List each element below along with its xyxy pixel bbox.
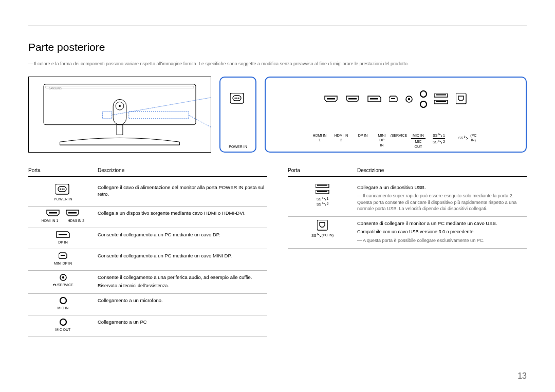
- svg-point-20: [119, 105, 121, 107]
- table-row: 1 2 Collegare a un dispositivo USB. ―Il …: [288, 181, 527, 217]
- micin-jack-icon: [420, 90, 427, 98]
- power-port-label: POWER IN: [227, 144, 249, 150]
- minidp-port-icon: [59, 252, 68, 259]
- table-row: (PC IN) Consente di collegare il monitor…: [288, 217, 527, 248]
- mic-labels: MIC IN MIC OUT: [411, 133, 425, 150]
- service-label: /SERVICE: [394, 133, 404, 138]
- left-table: Porta Descrizione POWER IN Collegare il …: [28, 167, 267, 337]
- table-row: MIC IN Collegamento a un microfono.: [28, 294, 267, 315]
- micout-jack-icon: [420, 101, 427, 108]
- pcin-label: (PC IN): [458, 133, 479, 143]
- table-row: /SERVICE Consente il collegamento a una …: [28, 271, 267, 294]
- right-header-porta: Porta: [288, 167, 357, 174]
- table-row: MIC OUT Collegamento a un PC: [28, 315, 267, 337]
- right-header-desc: Descrizione: [357, 167, 527, 174]
- hdmi2-label: HDMI IN 2: [334, 133, 348, 143]
- micout-jack-icon: [60, 319, 67, 326]
- usb-b-icon: [456, 94, 467, 105]
- service-jack-icon: [405, 96, 413, 103]
- power-port-icon: [230, 93, 246, 105]
- svg-rect-24: [129, 111, 189, 119]
- dp-label: DP IN: [356, 133, 370, 138]
- usb-a-port-icon: [316, 184, 330, 189]
- tables-columns: Porta Descrizione POWER IN Collegare il …: [28, 167, 527, 337]
- usb-b-port-icon: [317, 220, 328, 231]
- table-row: MINI DP IN Consente il collegamento a un…: [28, 249, 267, 271]
- svg-rect-16: [46, 86, 194, 88]
- left-header-porta: Porta: [28, 167, 98, 174]
- minidp-icon: [389, 96, 398, 103]
- right-table: Porta Descrizione 1 2 Collegare a un dis…: [288, 167, 527, 337]
- power-callout: POWER IN: [219, 77, 256, 153]
- svg-text:SAMSUNG: SAMSUNG: [49, 87, 62, 90]
- hdmi2-icon: [346, 96, 360, 103]
- diagram-row: SAMSUNG POWER IN: [28, 77, 527, 153]
- page-title: Parte posteriore: [28, 40, 527, 54]
- ss-labels: 1 2: [433, 133, 451, 145]
- dp-icon: [367, 96, 382, 103]
- page-number: 13: [517, 370, 527, 382]
- hdmi-port-icon: [66, 210, 80, 217]
- svg-rect-15: [44, 84, 196, 125]
- usb-a-port-icon: [316, 190, 330, 195]
- hdmi1-icon: [324, 96, 339, 103]
- svg-rect-21: [117, 125, 123, 135]
- left-header-desc: Descrizione: [98, 167, 267, 174]
- table-row: POWER IN Collegare il cavo di alimentazi…: [28, 181, 267, 207]
- usb-a-2-icon: [434, 100, 449, 105]
- power-port-icon: [55, 184, 71, 195]
- table-row: HDMI IN 1 HDMI IN 2 Collega a un disposi…: [28, 207, 267, 228]
- micin-jack-icon: [60, 297, 67, 304]
- disclaimer-note: ―Il colore e la forma dei componenti pos…: [28, 61, 527, 67]
- svg-rect-23: [102, 111, 112, 119]
- service-jack-icon: [60, 274, 67, 281]
- ports-callout: HDMI IN 1 HDMI IN 2 DP IN MINI DP IN /SE…: [265, 77, 527, 153]
- hdmi-port-icon: [46, 210, 61, 217]
- hdmi1-label: HDMI IN 1: [312, 133, 327, 143]
- svg-rect-18: [113, 99, 126, 124]
- table-row: DP IN Consente il collegamento a un PC m…: [28, 228, 267, 250]
- usb-a-1-icon: [434, 94, 449, 98]
- svg-line-26: [189, 115, 211, 128]
- monitor-rear-illustration: SAMSUNG: [28, 77, 211, 153]
- minidp-label: MINI DP IN: [377, 133, 386, 148]
- top-divider: [28, 26, 527, 26]
- dp-port-icon: [56, 231, 70, 238]
